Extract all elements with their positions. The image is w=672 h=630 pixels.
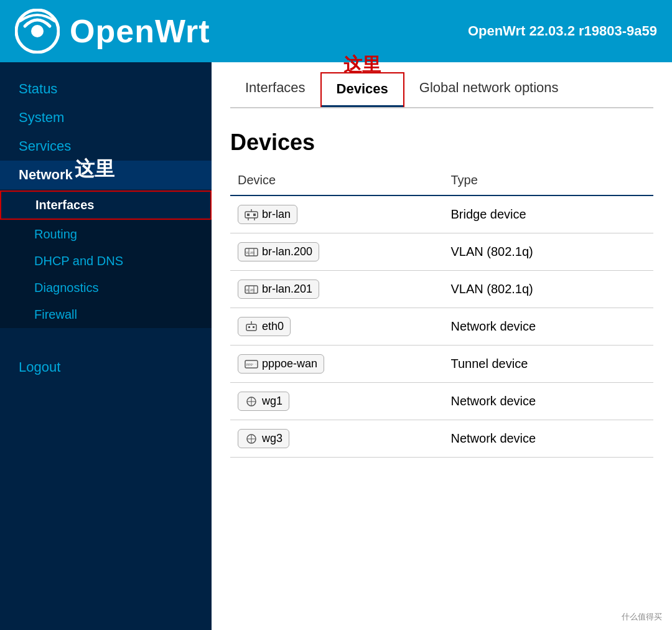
sidebar-item-dhcp[interactable]: DHCP and DNS xyxy=(0,248,212,275)
tab-interfaces[interactable]: Interfaces xyxy=(230,72,320,107)
device-name: br-lan.201 xyxy=(262,283,312,296)
device-cell: eth0 xyxy=(230,308,443,346)
svg-point-1 xyxy=(31,25,44,37)
device-type: Network device xyxy=(443,420,653,458)
sidebar-item-logout[interactable]: Logout xyxy=(0,353,212,382)
sidebar-item-firewall[interactable]: Firewall xyxy=(0,301,212,328)
svg-rect-3 xyxy=(247,214,250,216)
device-badge[interactable]: VLANbr-lan.201 xyxy=(238,280,319,299)
network-label: Network xyxy=(19,167,73,182)
tab-global-network-options[interactable]: Global network options xyxy=(404,72,574,107)
sidebar-item-diagnostics[interactable]: Diagnostics xyxy=(0,275,212,301)
table-row: PPPpppoe-wanTunnel device xyxy=(230,346,653,383)
table-row: eth0Network device xyxy=(230,308,653,346)
svg-rect-20 xyxy=(248,326,250,328)
table-row: VLANbr-lan.200VLAN (802.1q) xyxy=(230,233,653,271)
device-cell: wg1 xyxy=(230,383,443,420)
device-icon xyxy=(245,433,258,444)
main-content: Interfaces 这里 Devices Global network opt… xyxy=(212,62,672,630)
svg-rect-21 xyxy=(253,326,254,328)
svg-text:VL: VL xyxy=(246,251,250,255)
sidebar-item-status[interactable]: Status xyxy=(0,75,212,103)
svg-rect-4 xyxy=(253,214,256,216)
col-type: Type xyxy=(443,168,653,195)
svg-text:VL: VL xyxy=(246,288,250,292)
device-name: wg1 xyxy=(262,395,282,408)
svg-text:PPP: PPP xyxy=(246,363,253,367)
device-cell: VLANbr-lan.201 xyxy=(230,271,443,308)
tab-devices[interactable]: Devices xyxy=(320,72,404,107)
device-icon xyxy=(245,396,258,407)
sidebar: Status System Services Network 这里 Interf… xyxy=(0,62,212,630)
device-type: Bridge device xyxy=(443,195,653,233)
device-cell: PPPpppoe-wan xyxy=(230,346,443,383)
sidebar-item-routing[interactable]: Routing xyxy=(0,221,212,248)
svg-rect-18 xyxy=(246,324,256,331)
device-cell: wg3 xyxy=(230,420,443,458)
device-type: VLAN (802.1q) xyxy=(443,271,653,308)
main-layout: Status System Services Network 这里 Interf… xyxy=(0,62,672,630)
device-icon: PPP xyxy=(245,359,258,370)
devices-table: Device Type br-lanBridge deviceVLANbr-la… xyxy=(230,168,653,458)
watermark: 什么值得买 xyxy=(618,610,666,624)
device-badge[interactable]: eth0 xyxy=(238,317,291,336)
device-cell: br-lan xyxy=(230,195,443,233)
device-name: br-lan xyxy=(262,208,291,221)
device-badge[interactable]: wg1 xyxy=(238,392,289,411)
page-title: Devices xyxy=(230,123,653,156)
sidebar-submenu: Interfaces Routing DHCP and DNS Diagnost… xyxy=(0,190,212,328)
device-badge[interactable]: PPPpppoe-wan xyxy=(238,354,324,374)
table-row: VLANbr-lan.201VLAN (802.1q) xyxy=(230,271,653,308)
device-type: Tunnel device xyxy=(443,346,653,383)
table-row: wg3Network device xyxy=(230,420,653,458)
device-badge[interactable]: VLANbr-lan.200 xyxy=(238,242,319,261)
header: OpenWrt OpenWrt 22.03.2 r19803-9a59 xyxy=(0,0,672,62)
device-cell: VLANbr-lan.200 xyxy=(230,233,443,271)
device-name: eth0 xyxy=(262,320,284,333)
device-icon xyxy=(245,321,258,332)
tab-devices-wrap: 这里 Devices xyxy=(320,72,404,107)
svg-text:AN: AN xyxy=(250,251,254,255)
device-badge[interactable]: br-lan xyxy=(238,205,297,224)
logo: OpenWrt xyxy=(15,9,210,54)
header-version: OpenWrt 22.03.2 r19803-9a59 xyxy=(468,23,657,39)
sidebar-item-services[interactable]: Services xyxy=(0,132,212,161)
sidebar-item-interfaces[interactable]: Interfaces xyxy=(0,190,212,220)
col-device: Device xyxy=(230,168,443,195)
header-title: OpenWrt xyxy=(70,12,210,50)
interfaces-label: Interfaces xyxy=(35,198,95,212)
tabs-bar: Interfaces 这里 Devices Global network opt… xyxy=(230,62,653,108)
device-icon: VLAN xyxy=(245,247,258,258)
device-name: pppoe-wan xyxy=(262,357,317,370)
device-badge[interactable]: wg3 xyxy=(238,429,289,448)
device-name: wg3 xyxy=(262,432,282,445)
device-icon: VLAN xyxy=(245,284,258,295)
sidebar-item-system[interactable]: System xyxy=(0,103,212,132)
sidebar-item-network[interactable]: Network 这里 xyxy=(0,161,212,189)
table-row: wg1Network device xyxy=(230,383,653,420)
table-row: br-lanBridge device xyxy=(230,195,653,233)
device-icon xyxy=(245,209,258,220)
svg-text:AN: AN xyxy=(250,288,254,292)
openwrt-logo-icon xyxy=(15,9,60,54)
device-type: Network device xyxy=(443,308,653,346)
device-name: br-lan.200 xyxy=(262,245,312,258)
device-type: VLAN (802.1q) xyxy=(443,233,653,271)
device-type: Network device xyxy=(443,383,653,420)
